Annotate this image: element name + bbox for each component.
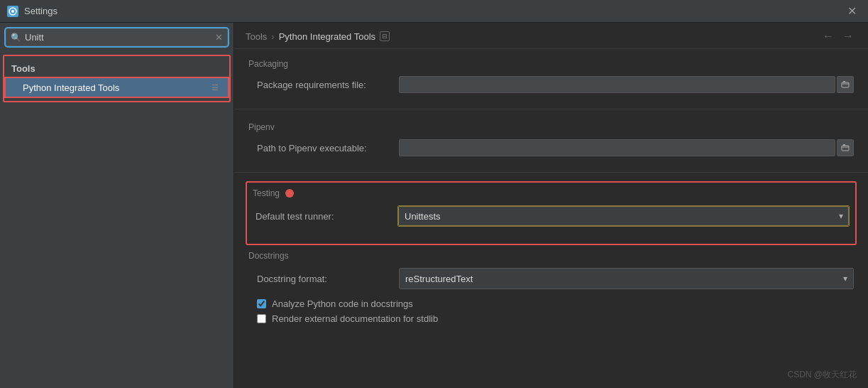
analyze-python-checkbox[interactable]	[257, 299, 266, 308]
sidebar-item-bookmark-icon: ☰	[209, 82, 221, 93]
app-icon	[7, 6, 18, 17]
pipenv-section: Pipenv Path to Pipenv executable:	[234, 112, 868, 169]
package-requirements-browse-button[interactable]	[837, 76, 854, 93]
svg-rect-3	[843, 81, 845, 82]
sidebar-section-label: Tools	[4, 59, 229, 77]
breadcrumb-bookmark-icon[interactable]: ⊟	[380, 31, 390, 41]
render-external-checkbox[interactable]	[257, 314, 266, 323]
docstring-format-row: Docstring format: reStructuredText Epyte…	[248, 268, 854, 289]
testing-section: Testing Default test runner: Unittests p…	[246, 181, 857, 245]
packaging-section: Packaging Package requirements file:	[234, 49, 868, 106]
package-requirements-row: Package requirements file:	[248, 76, 854, 93]
svg-rect-5	[843, 144, 845, 146]
search-icon: 🔍	[11, 33, 21, 43]
sidebar: 🔍 ✕ Tools Python Integrated Tools ☰	[0, 23, 234, 388]
svg-point-1	[11, 10, 14, 13]
main-layout: 🔍 ✕ Tools Python Integrated Tools ☰ Tool…	[0, 23, 868, 388]
svg-rect-2	[842, 82, 849, 87]
forward-button[interactable]: →	[840, 30, 857, 43]
docstring-format-dropdown[interactable]: reStructuredText Epytext Google NumPy pl…	[400, 269, 853, 289]
title-bar: Settings ✕	[0, 0, 868, 23]
titlebar-left: Settings	[7, 6, 57, 17]
window-title: Settings	[24, 6, 57, 16]
default-test-runner-dropdown[interactable]: Unittests pytest Nose Twisted Trial	[398, 206, 849, 226]
testing-title: Testing	[253, 188, 280, 198]
testing-indicator-dot	[285, 189, 294, 198]
back-button[interactable]: ←	[820, 30, 837, 43]
default-test-runner-row: Default test runner: Unittests pytest No…	[253, 205, 850, 227]
render-external-label: Render external documentation for stdlib	[272, 313, 438, 324]
search-clear-button[interactable]: ✕	[215, 32, 223, 43]
docstrings-section: Docstrings Docstring format: reStructure…	[234, 251, 868, 332]
sidebar-item-label: Python Integrated Tools	[23, 82, 209, 93]
docstrings-title: Docstrings	[248, 251, 854, 261]
packaging-title: Packaging	[248, 59, 854, 69]
content-area: Tools › Python Integrated Tools ⊟ ← → Pa…	[234, 23, 868, 388]
breadcrumb-parent[interactable]: Tools	[246, 31, 267, 42]
search-bar[interactable]: 🔍 ✕	[6, 28, 228, 46]
svg-rect-4	[842, 146, 849, 151]
docstring-format-label: Docstring format:	[257, 274, 399, 284]
package-requirements-input[interactable]	[399, 76, 835, 93]
breadcrumb-separator: ›	[271, 31, 274, 42]
pipenv-title: Pipenv	[248, 122, 854, 132]
content-header: Tools › Python Integrated Tools ⊟ ← →	[234, 23, 868, 49]
testing-title-row: Testing	[253, 188, 850, 198]
analyze-python-row: Analyze Python code in docstrings	[248, 296, 854, 311]
pipenv-path-browse-button[interactable]	[837, 139, 854, 156]
pipenv-path-label: Path to Pipenv executable:	[257, 143, 399, 153]
render-external-row: Render external documentation for stdlib	[248, 311, 854, 326]
breadcrumb-current: Python Integrated Tools	[279, 31, 375, 42]
default-test-runner-label: Default test runner:	[256, 211, 397, 222]
package-requirements-label: Package requirements file:	[257, 80, 399, 90]
sidebar-tools-group: Tools Python Integrated Tools ☰	[3, 55, 231, 102]
analyze-python-label: Analyze Python code in docstrings	[272, 298, 413, 309]
pipenv-path-row: Path to Pipenv executable:	[248, 139, 854, 156]
search-input[interactable]	[25, 32, 211, 43]
breadcrumb: Tools › Python Integrated Tools ⊟	[246, 31, 390, 42]
sidebar-item-python-integrated-tools[interactable]: Python Integrated Tools ☰	[4, 77, 229, 98]
close-button[interactable]: ✕	[843, 3, 861, 19]
docstring-format-dropdown-outer: reStructuredText Epytext Google NumPy pl…	[399, 268, 854, 289]
navigation-arrows: ← →	[820, 30, 857, 43]
default-test-runner-dropdown-outer: Unittests pytest Nose Twisted Trial ▾	[397, 205, 850, 227]
watermark: CSDN @牧天红花	[787, 369, 857, 381]
pipenv-path-input[interactable]	[399, 139, 835, 156]
